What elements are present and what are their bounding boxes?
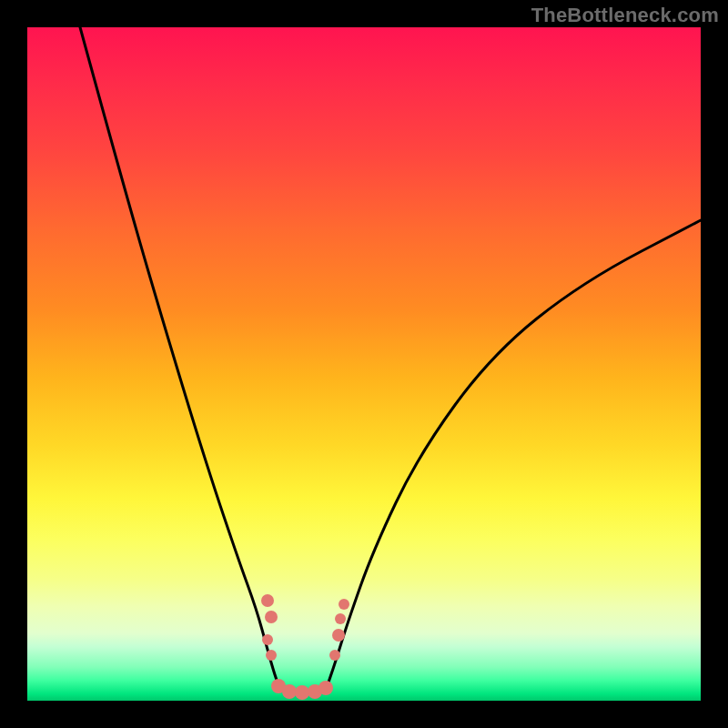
marker-dot (295, 685, 309, 700)
marker-dot (318, 681, 333, 695)
curve-right-branch (326, 220, 701, 690)
marker-dot (339, 599, 349, 610)
plot-area (27, 27, 701, 701)
curve-left-branch (80, 27, 280, 690)
marker-dot (329, 650, 340, 661)
markers-layer (261, 594, 349, 700)
marker-dot (262, 634, 273, 645)
marker-dot (261, 594, 274, 607)
watermark-text: TheBottleneck.com (531, 4, 719, 27)
chart-frame: TheBottleneck.com (0, 0, 728, 728)
marker-dot (282, 684, 297, 699)
marker-dot (332, 629, 345, 642)
chart-svg (27, 27, 701, 701)
marker-dot (266, 650, 277, 661)
curve-layer (80, 27, 701, 693)
marker-dot (265, 611, 278, 623)
marker-dot (335, 613, 346, 624)
